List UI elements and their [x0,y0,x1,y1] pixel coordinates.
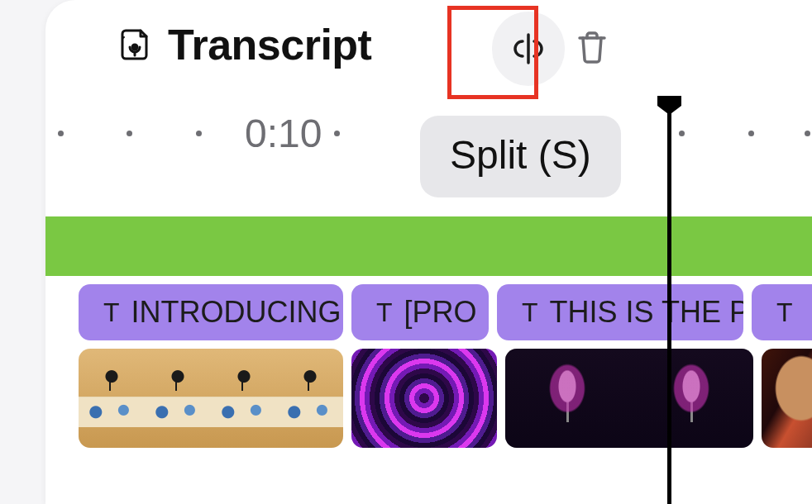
ruler-tick [748,131,754,136]
video-clip[interactable] [505,349,753,448]
text-icon: T [522,297,538,328]
text-clip[interactable]: T THIS IS THE P [497,284,743,340]
playhead-handle-icon [656,94,683,112]
ruler-tick [58,131,64,136]
text-clip-label: THIS IS THE P [550,295,743,330]
text-icon: T [103,297,120,328]
ruler-tick [334,131,340,136]
transcript-icon [118,27,151,62]
ruler-tick [127,131,132,136]
ruler-time-label: 0:10 [245,111,322,156]
toolbar [492,12,608,86]
panel-header: Transcript [118,20,371,69]
text-clip[interactable]: T [752,284,812,340]
ruler-tick [196,131,202,136]
text-track: T INTRODUCING T [PRO T THIS IS THE P T [45,284,812,340]
panel-title: Transcript [168,20,371,69]
split-tooltip: Split (S) [420,116,621,197]
text-clip[interactable]: T [PRO [351,284,489,340]
svg-point-0 [131,44,139,51]
delete-button[interactable] [576,30,608,68]
video-clip[interactable] [79,349,343,448]
video-track [45,349,812,448]
editor-panel: Transcript 0:10 Split (S) [45,0,812,504]
ruler-tick [679,131,685,136]
ruler-tick [805,131,810,136]
audio-track[interactable] [45,216,812,276]
split-button[interactable] [492,12,565,86]
video-clip[interactable] [351,349,497,448]
text-clip-label: [PRO [404,295,477,330]
video-clip[interactable] [762,349,812,448]
text-clip[interactable]: T INTRODUCING [79,284,343,340]
text-icon: T [776,297,793,328]
text-icon: T [376,297,393,328]
text-clip-label: INTRODUCING [131,295,342,330]
